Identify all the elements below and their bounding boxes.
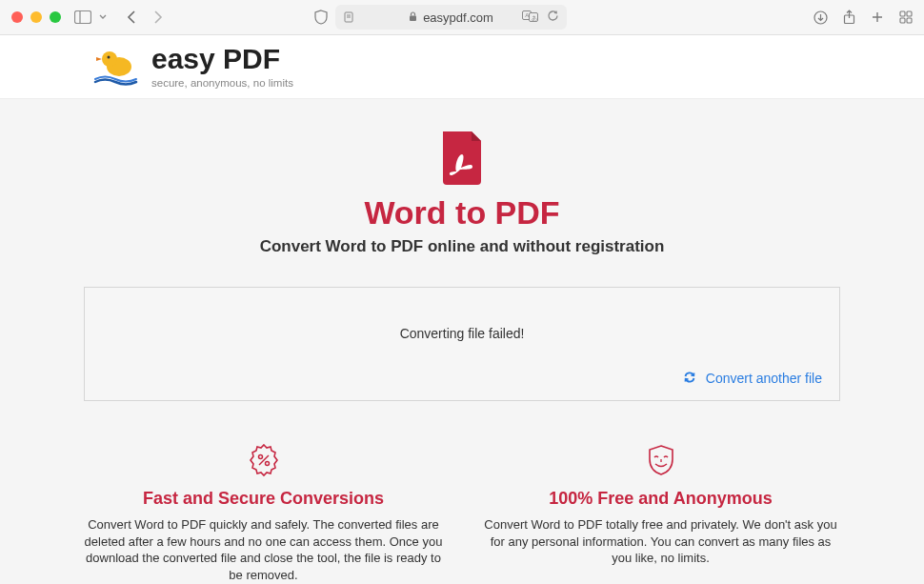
- page-subtitle: Convert Word to PDF online and without r…: [84, 237, 840, 256]
- svg-point-17: [102, 51, 117, 67]
- url-value: easypdf.com: [423, 10, 493, 25]
- window-controls: [11, 11, 61, 23]
- svg-point-19: [258, 455, 262, 459]
- address-bar[interactable]: easypdf.com Aあ: [335, 5, 567, 30]
- svg-rect-5: [410, 15, 416, 21]
- svg-point-20: [265, 462, 269, 466]
- status-message: Converting file failed!: [102, 326, 822, 341]
- url-text: easypdf.com: [409, 10, 493, 25]
- translate-icon[interactable]: Aあ: [522, 9, 539, 26]
- anonymous-mask-icon: [644, 443, 678, 477]
- maximize-window-button[interactable]: [50, 11, 61, 23]
- reload-icon[interactable]: [547, 9, 559, 26]
- svg-rect-12: [900, 11, 905, 16]
- svg-text:あ: あ: [532, 15, 537, 22]
- convert-panel: Converting file failed! Convert another …: [84, 287, 840, 401]
- shield-icon[interactable]: [314, 10, 328, 25]
- svg-rect-15: [907, 18, 912, 23]
- feature-free-anonymous: 100% Free and Anonymous Convert Word to …: [481, 443, 840, 583]
- logo-icon: [93, 48, 138, 86]
- new-tab-icon[interactable]: [871, 10, 884, 25]
- feature-title: Fast and Secure Conversions: [84, 489, 443, 509]
- minimize-window-button[interactable]: [30, 11, 42, 23]
- svg-point-18: [108, 56, 110, 59]
- features-row: Fast and Secure Conversions Convert Word…: [84, 443, 840, 583]
- forward-button[interactable]: [149, 9, 166, 26]
- close-window-button[interactable]: [11, 11, 23, 23]
- feature-desc: Convert Word to PDF quickly and safely. …: [84, 516, 443, 583]
- convert-another-link[interactable]: Convert another file: [706, 371, 822, 386]
- share-icon[interactable]: [843, 10, 855, 25]
- pdf-icon: [439, 131, 485, 185]
- sidebar-toggle-icon[interactable]: [74, 10, 91, 24]
- page-title: Word to PDF: [84, 194, 840, 232]
- downloads-icon[interactable]: [814, 10, 828, 25]
- refresh-icon[interactable]: [683, 370, 696, 387]
- svg-text:A: A: [525, 12, 529, 18]
- svg-rect-14: [900, 18, 905, 23]
- feature-desc: Convert Word to PDF totally free and pri…: [481, 516, 840, 567]
- svg-rect-0: [75, 11, 91, 24]
- svg-rect-13: [907, 11, 912, 16]
- hero: Word to PDF Convert Word to PDF online a…: [84, 131, 840, 256]
- site-header: easy PDF secure, anonymous, no limits: [0, 35, 924, 99]
- browser-toolbar: easypdf.com Aあ: [0, 0, 924, 35]
- feature-title: 100% Free and Anonymous: [481, 489, 840, 509]
- feature-fast-secure: Fast and Secure Conversions Convert Word…: [84, 443, 443, 583]
- tab-overview-icon[interactable]: [899, 10, 913, 25]
- lock-icon: [409, 10, 417, 25]
- back-button[interactable]: [124, 9, 141, 26]
- chevron-down-icon[interactable]: [99, 13, 107, 21]
- site-settings-icon[interactable]: [343, 11, 354, 23]
- main-content: Word to PDF Convert Word to PDF online a…: [0, 99, 924, 584]
- svg-line-21: [259, 455, 269, 465]
- badge-percent-icon: [247, 443, 281, 477]
- brand-title: easy PDF: [151, 45, 293, 73]
- brand-tagline: secure, anonymous, no limits: [151, 77, 293, 89]
